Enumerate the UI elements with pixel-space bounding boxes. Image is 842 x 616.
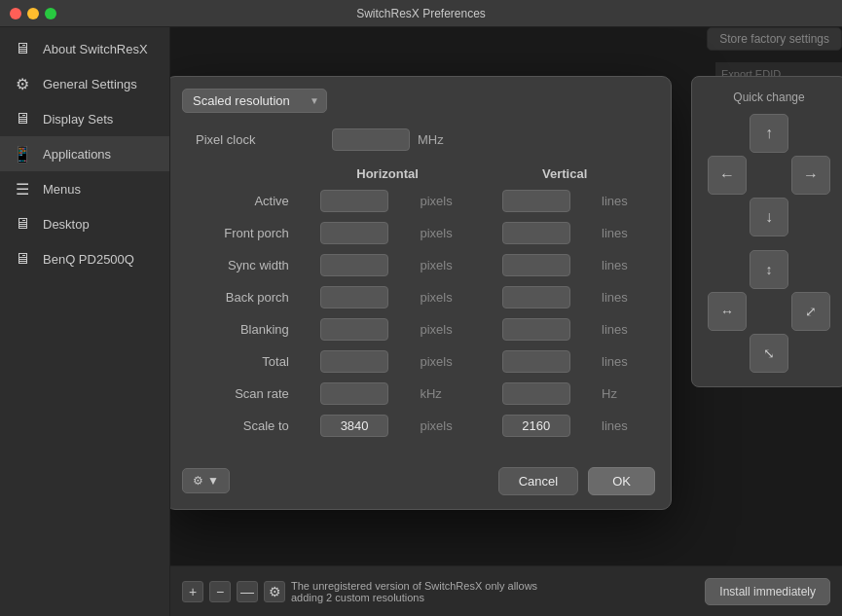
- cell-h-sync-width[interactable]: [297, 249, 413, 281]
- resize-shrink-button[interactable]: ⤡: [750, 334, 788, 373]
- resize-shrink-icon: ⤡: [763, 345, 775, 361]
- cancel-button[interactable]: Cancel: [498, 467, 578, 495]
- unit-v-total: lines: [594, 345, 651, 378]
- gear-icon: ⚙: [193, 474, 203, 488]
- cell-h-front-porch[interactable]: [297, 217, 413, 249]
- cell-v-total[interactable]: [478, 345, 594, 378]
- input-scale-h[interactable]: [320, 415, 388, 437]
- resize-up-down-button[interactable]: ↕: [750, 250, 788, 289]
- sidebar-item-applications[interactable]: 📱 Applications: [0, 136, 169, 171]
- separator-button[interactable]: —: [237, 581, 258, 602]
- gear-settings-button[interactable]: ⚙ ▼: [182, 468, 230, 493]
- unit-scale-h: pixels: [412, 410, 478, 442]
- row-label-back-porch: Back porch: [186, 281, 297, 313]
- arrow-up-button[interactable]: ↑: [750, 114, 788, 153]
- input-v-sync-width[interactable]: [502, 254, 570, 276]
- quick-change-panel: Quick change ↑ ← →: [691, 76, 842, 387]
- cell-v-blanking[interactable]: [478, 313, 594, 345]
- add-resolution-button[interactable]: +: [182, 581, 203, 602]
- install-immediately-button[interactable]: Install immediately: [705, 578, 830, 605]
- sidebar-label-applications: Applications: [43, 147, 111, 162]
- remove-resolution-button[interactable]: −: [209, 581, 231, 602]
- row-label-scale-to: Scale to: [186, 410, 297, 442]
- resize-leftright-icon: ↔: [720, 304, 734, 319]
- window-controls[interactable]: [10, 8, 56, 19]
- unit-v-sync-width: lines: [594, 249, 651, 281]
- input-h-total[interactable]: [320, 350, 388, 373]
- input-h-blanking[interactable]: [320, 318, 388, 341]
- input-v-blanking[interactable]: [502, 318, 570, 341]
- input-v-scan-rate[interactable]: [502, 382, 570, 405]
- cell-h-active[interactable]: [297, 185, 413, 217]
- resize-inout-button[interactable]: ⤢: [791, 292, 830, 331]
- maximize-button[interactable]: [45, 8, 56, 19]
- input-h-scan-rate[interactable]: [320, 382, 388, 405]
- resize-left-right-button[interactable]: ↔: [708, 292, 747, 331]
- title-bar: SwitchResX Preferences: [0, 0, 842, 27]
- cell-h-scan-rate[interactable]: [297, 378, 413, 410]
- input-v-front-porch[interactable]: [502, 222, 570, 244]
- sidebar-item-display-sets[interactable]: 🖥 Display Sets: [0, 101, 169, 136]
- input-h-back-porch[interactable]: [320, 286, 388, 308]
- sidebar-label-desktop: Desktop: [43, 217, 90, 232]
- sidebar-item-desktop[interactable]: 🖥 Desktop: [0, 206, 169, 241]
- unit-scale-v: lines: [594, 410, 651, 442]
- input-h-sync-width[interactable]: [320, 254, 388, 276]
- bottom-bar: + − — ⚙ The unregistered version of Swit…: [170, 565, 842, 616]
- unit-v-scan-rate: Hz: [594, 378, 651, 410]
- sidebar-label-benq: BenQ PD2500Q: [43, 252, 134, 267]
- pixel-clock-input[interactable]: [332, 128, 410, 151]
- cell-v-front-porch[interactable]: [478, 217, 594, 249]
- input-v-total[interactable]: [502, 350, 570, 373]
- ok-button[interactable]: OK: [588, 467, 655, 495]
- arrow-left-button[interactable]: ←: [708, 156, 747, 195]
- arrow-right-button[interactable]: →: [791, 156, 830, 195]
- unit-v-front-porch: lines: [594, 217, 651, 249]
- minimize-button[interactable]: [27, 8, 39, 19]
- pixel-clock-row: Pixel clock MHz: [186, 128, 651, 151]
- sidebar-item-about[interactable]: 🖥 About SwitchResX: [0, 31, 169, 66]
- bottom-left-controls: + − — ⚙ The unregistered version of Swit…: [182, 580, 564, 603]
- input-h-front-porch[interactable]: [320, 222, 388, 244]
- resize-empty-br: [791, 334, 830, 373]
- input-scale-v[interactable]: [502, 415, 570, 437]
- input-v-active[interactable]: [502, 190, 570, 212]
- pixel-clock-label: Pixel clock: [196, 132, 332, 147]
- resize-empty-tl: [708, 250, 747, 289]
- arrow-up-icon: ↑: [765, 125, 773, 142]
- cell-v-sync-width[interactable]: [478, 249, 594, 281]
- arrow-empty-tl: [708, 114, 747, 153]
- table-row-scale: Scale to pixels lines: [186, 410, 651, 442]
- cell-v-scan-rate[interactable]: [478, 378, 594, 410]
- sidebar-item-benq[interactable]: 🖥 BenQ PD2500Q: [0, 241, 169, 276]
- sidebar-label-about: About SwitchResX: [43, 42, 148, 56]
- cell-scale-h[interactable]: [297, 410, 413, 442]
- general-icon: ⚙: [12, 73, 33, 94]
- bottom-notice-text: The unregistered version of SwitchResX o…: [291, 580, 564, 603]
- bottom-gear-button[interactable]: ⚙: [264, 581, 285, 602]
- input-h-active[interactable]: [320, 190, 388, 212]
- modal-footer: ⚙ ▼ Cancel OK: [170, 457, 671, 509]
- th-horizontal: Horizontal: [297, 163, 479, 185]
- display-sets-icon: 🖥: [12, 108, 33, 129]
- about-icon: 🖥: [12, 38, 33, 59]
- arrow-center: [750, 156, 788, 195]
- cell-h-total[interactable]: [297, 345, 413, 378]
- input-v-back-porch[interactable]: [502, 286, 570, 308]
- cell-v-back-porch[interactable]: [478, 281, 594, 313]
- unit-h-scan-rate: kHz: [412, 378, 478, 410]
- arrow-down-button[interactable]: ↓: [750, 198, 788, 236]
- sidebar: 🖥 About SwitchResX ⚙ General Settings 🖥 …: [0, 27, 170, 616]
- resolution-type-select-wrapper[interactable]: Scaled resolution Standard resolution Cu…: [182, 89, 327, 113]
- cell-h-back-porch[interactable]: [297, 281, 413, 313]
- cell-h-blanking[interactable]: [297, 313, 413, 345]
- modal-body: Pixel clock MHz Horizontal Vertical: [170, 121, 671, 457]
- cell-v-active[interactable]: [478, 185, 594, 217]
- unit-h-blanking: pixels: [412, 313, 478, 345]
- sidebar-item-menus[interactable]: ☰ Menus: [0, 171, 169, 206]
- gear-chevron-icon: ▼: [207, 474, 219, 488]
- sidebar-item-general[interactable]: ⚙ General Settings: [0, 66, 169, 101]
- close-button[interactable]: [10, 8, 21, 19]
- resolution-type-select[interactable]: Scaled resolution Standard resolution Cu…: [182, 89, 327, 113]
- cell-scale-v[interactable]: [478, 410, 594, 442]
